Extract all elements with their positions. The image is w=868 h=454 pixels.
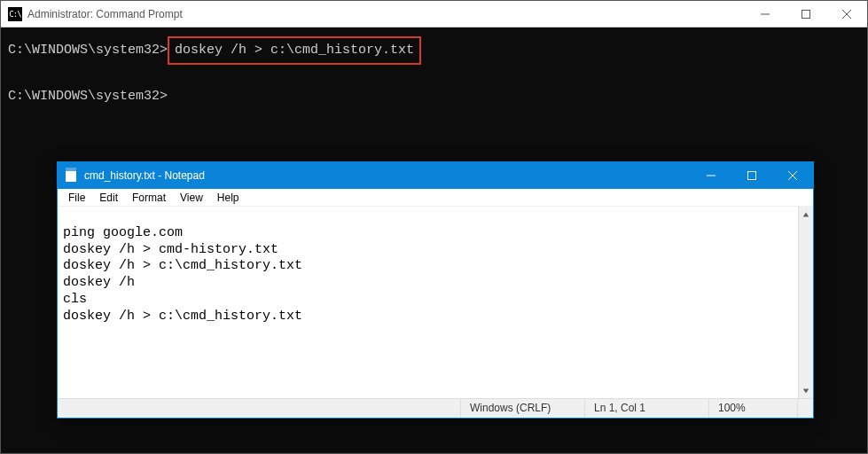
cmd-prompt: C:\WINDOWS\system32> xyxy=(8,43,168,58)
text-line: ping google.com xyxy=(63,225,183,240)
text-line: doskey /h > c:\cmd_history.txt xyxy=(63,309,302,324)
close-button[interactable] xyxy=(826,1,867,27)
menu-view[interactable]: View xyxy=(173,190,210,206)
maximize-button[interactable] xyxy=(731,162,772,189)
menu-edit[interactable]: Edit xyxy=(92,190,125,206)
scroll-down-arrow-icon[interactable] xyxy=(799,383,813,398)
close-button[interactable] xyxy=(772,162,813,189)
cmd-title: Administrator: Command Prompt xyxy=(27,8,745,20)
cmd-prompt: C:\WINDOWS\system32> xyxy=(8,89,168,104)
status-encoding: Windows (CRLF) xyxy=(460,399,584,418)
notepad-titlebar[interactable]: cmd_history.txt - Notepad xyxy=(58,162,813,189)
resize-grip-icon[interactable] xyxy=(797,399,813,418)
notepad-title: cmd_history.txt - Notepad xyxy=(84,169,691,182)
status-spacer xyxy=(58,399,460,418)
svg-marker-9 xyxy=(803,388,809,393)
maximize-button[interactable] xyxy=(786,1,826,27)
text-line: doskey /h xyxy=(63,275,135,290)
cmd-line-1: C:\WINDOWS\system32>doskey /h > c:\cmd_h… xyxy=(8,36,860,65)
cmd-blank-line xyxy=(8,65,860,86)
status-zoom: 100% xyxy=(708,399,797,418)
svg-rect-5 xyxy=(748,172,756,180)
minimize-button[interactable] xyxy=(745,1,786,27)
cmd-titlebar[interactable]: C:\ Administrator: Command Prompt xyxy=(1,1,867,27)
notepad-window: cmd_history.txt - Notepad File Edit Form… xyxy=(57,161,814,419)
svg-rect-1 xyxy=(802,10,810,18)
menu-format[interactable]: Format xyxy=(125,190,173,206)
text-line: doskey /h > cmd-history.txt xyxy=(63,242,278,257)
notepad-window-controls xyxy=(691,162,813,189)
svg-marker-8 xyxy=(803,212,809,216)
notepad-menubar: File Edit Format View Help xyxy=(58,189,813,207)
scroll-up-arrow-icon[interactable] xyxy=(799,207,813,222)
cmd-output-area[interactable]: C:\WINDOWS\system32>doskey /h > c:\cmd_h… xyxy=(1,27,867,116)
minimize-button[interactable] xyxy=(691,162,731,189)
cmd-icon: C:\ xyxy=(8,7,22,21)
menu-file[interactable]: File xyxy=(61,190,92,206)
text-line: doskey /h > c:\cmd_history.txt xyxy=(63,258,302,273)
vertical-scrollbar[interactable] xyxy=(798,207,813,398)
cmd-line-2: C:\WINDOWS\system32> xyxy=(8,86,860,107)
notepad-statusbar: Windows (CRLF) Ln 1, Col 1 100% xyxy=(58,398,813,418)
notepad-icon xyxy=(65,168,79,183)
highlighted-command: doskey /h > c:\cmd_history.txt xyxy=(168,36,421,65)
menu-help[interactable]: Help xyxy=(210,190,246,206)
status-cursor-position: Ln 1, Col 1 xyxy=(584,399,708,418)
text-line: cls xyxy=(63,292,87,307)
cmd-window-controls xyxy=(745,1,867,27)
notepad-text-area[interactable]: ping google.com doskey /h > cmd-history.… xyxy=(58,207,813,398)
